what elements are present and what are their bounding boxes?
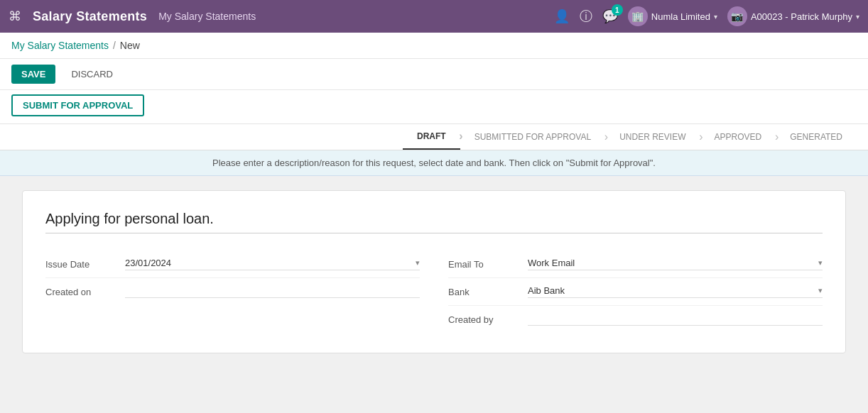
form-label: Email To (448, 259, 519, 270)
form-value-text: Work Email (528, 258, 575, 268)
status-step-under-review: UNDER REVIEW (605, 124, 700, 150)
user-name: A00023 - Patrick Murphy (751, 11, 852, 22)
form-value-text (125, 285, 128, 296)
top-navigation: ⌘ Salary Statements My Salary Statements… (0, 0, 868, 33)
breadcrumb: My Salary Statements / New (0, 33, 868, 59)
form-value-text: Aib Bank (528, 285, 565, 296)
form-card: Applying for personal loan. Issue Date23… (22, 190, 846, 353)
app-title: Salary Statements (33, 9, 147, 24)
user-avatar: 📷 (727, 6, 747, 26)
breadcrumb-current: New (120, 40, 140, 51)
chat-badge: 1 (612, 4, 623, 16)
form-area: Applying for personal loan. Issue Date23… (0, 176, 868, 368)
dropdown-caret-icon[interactable]: ▾ (818, 286, 823, 295)
discard-button[interactable]: DISCARD (61, 65, 123, 84)
action-bar: SAVE DISCARD (0, 59, 868, 90)
form-group-bank: BankAib Bank▾ (448, 278, 823, 306)
chat-badge-wrap[interactable]: 💬 1 (602, 9, 618, 24)
form-group-created-on: Created on (45, 278, 420, 305)
form-row: Issue Date23/01/2024▾Created on Email To… (45, 250, 823, 333)
company-icon: 🏢 (628, 6, 648, 26)
form-label: Created by (448, 314, 519, 325)
grid-icon[interactable]: ⌘ (9, 9, 21, 24)
company-caret: ▾ (714, 13, 717, 21)
form-group-email-to: Email ToWork Email▾ (448, 250, 823, 278)
form-value[interactable]: Aib Bank▾ (528, 285, 823, 298)
user-switcher[interactable]: 📷 A00023 - Patrick Murphy ▾ (727, 6, 859, 26)
form-label: Issue Date (45, 259, 116, 270)
form-value[interactable]: 23/01/2024▾ (125, 258, 420, 270)
submit-for-approval-button[interactable]: SUBMIT FOR APPROVAL (11, 94, 144, 116)
form-value[interactable]: Work Email▾ (528, 258, 823, 270)
topnav-right: 👤 ⓘ 💬 1 🏢 Numla Limited ▾ 📷 A00023 - Pat… (554, 6, 859, 26)
form-right-column: Email ToWork Email▾BankAib Bank▾Created … (448, 250, 823, 333)
company-name: Numla Limited (651, 11, 710, 22)
breadcrumb-link[interactable]: My Salary Statements (11, 40, 109, 51)
dropdown-caret-icon[interactable]: ▾ (416, 258, 420, 268)
status-step-submitted-for-approval: SUBMITTED FOR APPROVAL (460, 124, 605, 150)
form-label: Bank (448, 287, 519, 297)
status-step-draft: DRAFT (403, 124, 460, 150)
dropdown-caret-icon[interactable]: ▾ (818, 258, 823, 268)
form-title: Applying for personal loan. (45, 211, 823, 233)
form-group-issue-date: Issue Date23/01/2024▾ (45, 250, 420, 278)
form-value-text: 23/01/2024 (125, 258, 171, 268)
status-step-generated: GENERATED (776, 124, 857, 150)
module-link[interactable]: My Salary Statements (158, 11, 543, 22)
form-label: Created on (45, 287, 116, 297)
form-left-column: Issue Date23/01/2024▾Created on (45, 250, 420, 333)
user-icon[interactable]: 👤 (554, 9, 570, 24)
info-banner: Please enter a description/reason for th… (0, 150, 868, 176)
save-button[interactable]: SAVE (11, 65, 55, 84)
breadcrumb-separator: / (113, 40, 116, 51)
status-step-approved: APPROVED (700, 124, 776, 150)
form-group-created-by: Created by (448, 306, 823, 333)
submit-bar: SUBMIT FOR APPROVAL (0, 90, 868, 124)
form-value-text (528, 313, 531, 324)
form-value (125, 285, 420, 298)
status-bar: DRAFTSUBMITTED FOR APPROVALUNDER REVIEWA… (0, 124, 868, 150)
user-caret: ▾ (856, 13, 859, 21)
company-switcher[interactable]: 🏢 Numla Limited ▾ (628, 6, 717, 26)
info-banner-text: Please enter a description/reason for th… (212, 158, 656, 168)
form-value (528, 313, 823, 326)
help-icon[interactable]: ⓘ (580, 8, 592, 25)
